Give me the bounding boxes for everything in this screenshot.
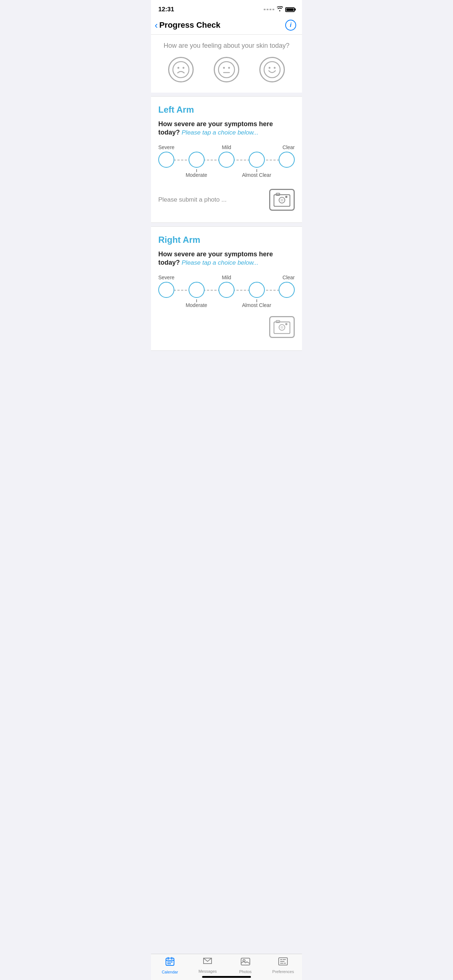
label-clear-top-left: Clear	[279, 145, 295, 150]
left-arm-radio-row	[158, 152, 295, 168]
right-arm-radio-4[interactable]	[249, 282, 265, 298]
svg-point-9	[274, 67, 275, 69]
label-severe-top-left: Severe	[158, 145, 174, 150]
svg-point-3	[219, 62, 234, 78]
left-arm-photo-submit: Please submit a photo ...	[158, 186, 295, 214]
left-arm-radio-2[interactable]	[188, 152, 205, 168]
label-moderate-left: Moderate	[186, 172, 207, 178]
info-icon: i	[290, 22, 292, 29]
status-icons	[264, 6, 295, 13]
left-arm-scale: Severe Mild Clear	[158, 145, 295, 178]
left-arm-title: Left Arm	[158, 105, 295, 115]
tick-moderate-left	[196, 169, 197, 172]
svg-point-2	[183, 67, 185, 69]
right-arm-radio-1[interactable]	[158, 282, 174, 298]
svg-point-13	[285, 196, 287, 198]
right-arm-title: Right Arm	[158, 235, 295, 245]
right-arm-severity-hint: Please tap a choice below...	[182, 259, 258, 266]
wifi-icon	[276, 6, 283, 13]
svg-point-12	[281, 199, 283, 202]
right-arm-radio-5[interactable]	[279, 282, 295, 298]
right-arm-radio-2[interactable]	[188, 282, 205, 298]
signal-icon	[264, 9, 274, 10]
label-severe-top-right: Severe	[158, 275, 174, 280]
left-arm-section: Left Arm How severe are your symptoms he…	[151, 96, 302, 223]
right-arm-radio-3[interactable]	[219, 282, 234, 298]
status-bar: 12:31	[151, 0, 302, 16]
right-arm-section: Right Arm How severe are your symptoms h…	[151, 226, 302, 351]
svg-point-5	[228, 67, 230, 69]
right-arm-photo-button[interactable]	[269, 316, 295, 338]
battery-icon	[285, 7, 295, 12]
info-button[interactable]: i	[285, 20, 296, 30]
page-title: Progress Check	[160, 21, 285, 30]
svg-point-4	[223, 67, 225, 69]
label-almost-clear-left: Almost Clear	[242, 172, 271, 178]
svg-point-18	[285, 323, 287, 325]
status-time: 12:31	[158, 6, 174, 13]
left-arm-severity-question: How severe are your symptoms here today?…	[158, 120, 295, 137]
tick-almost-clear-right	[257, 299, 257, 302]
right-arm-severity-question: How severe are your symptoms here today?…	[158, 250, 295, 267]
scroll-content: How are you feeling about your skin toda…	[151, 35, 302, 383]
left-arm-photo-button[interactable]	[269, 189, 295, 211]
right-arm-photo-area	[158, 316, 295, 342]
svg-point-7	[264, 62, 280, 78]
back-button[interactable]: ‹	[155, 21, 158, 30]
left-arm-radio-1[interactable]	[158, 152, 174, 168]
label-mild-top-left: Mild	[219, 145, 234, 150]
left-arm-radio-3[interactable]	[219, 152, 234, 168]
svg-point-8	[268, 67, 270, 69]
svg-point-1	[178, 67, 179, 69]
mood-sad[interactable]	[168, 57, 194, 83]
label-almost-clear-right: Almost Clear	[242, 302, 271, 308]
label-moderate-right: Moderate	[186, 302, 207, 308]
right-arm-radio-row	[158, 282, 295, 298]
mood-neutral[interactable]	[214, 57, 239, 83]
left-arm-severity-hint: Please tap a choice below...	[182, 129, 258, 136]
mood-happy[interactable]	[259, 57, 285, 83]
mood-question: How are you feeling about your skin toda…	[158, 42, 295, 49]
nav-bar: ‹ Progress Check i	[151, 16, 302, 35]
tick-moderate-right	[196, 299, 197, 302]
back-chevron-icon: ‹	[155, 21, 158, 30]
left-arm-radio-4[interactable]	[249, 152, 265, 168]
svg-point-0	[173, 62, 189, 78]
mood-section: How are you feeling about your skin toda…	[151, 35, 302, 92]
tick-almost-clear-left	[257, 169, 257, 172]
left-arm-photo-text: Please submit a photo ...	[158, 196, 226, 204]
svg-point-17	[281, 326, 283, 329]
label-clear-top-right: Clear	[279, 275, 295, 280]
label-mild-top-right: Mild	[219, 275, 234, 280]
right-arm-scale: Severe Mild Clear	[158, 275, 295, 308]
left-arm-radio-5[interactable]	[279, 152, 295, 168]
mood-icons	[158, 57, 295, 83]
